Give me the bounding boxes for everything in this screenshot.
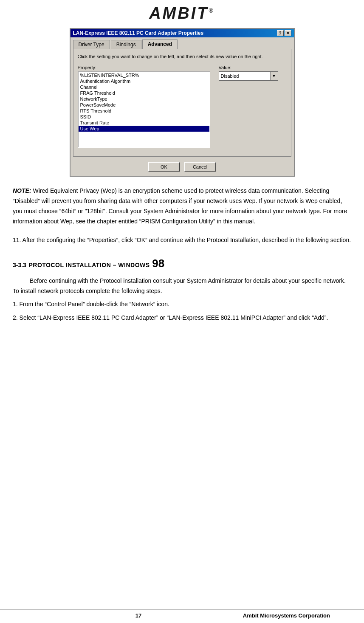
logo-area: AMBIT®: [0, 0, 364, 26]
note-section: NOTE: Wired Equivalent Privacy (Wep) is …: [0, 181, 364, 231]
title-bar: LAN-Express IEEE 802.11 PC Card Adapter …: [71, 29, 294, 37]
body-step1: 1. From the “Control Panel” double-click…: [13, 299, 351, 310]
ok-button[interactable]: OK: [148, 162, 180, 172]
tab-label: Driver Type: [79, 42, 104, 48]
section-heading-num: 98: [152, 257, 164, 270]
prop-item-transmit[interactable]: Transmit Rate: [79, 120, 209, 126]
value-label: Value:: [219, 65, 287, 70]
dropdown-arrow-icon[interactable]: ▼: [270, 72, 278, 80]
prop-item-networktype[interactable]: NetworkType: [79, 96, 209, 102]
step11-text: 11. After the configuring the “Propertie…: [13, 235, 351, 245]
title-bar-buttons[interactable]: ? ✕: [277, 30, 291, 36]
footer-company: Ambit Microsystems Corporation: [243, 612, 330, 619]
section-heading: 3-3.3 PROTOCOL INSTALLATION – WINDOWS 98: [0, 252, 364, 276]
note-bold-prefix: NOTE:: [13, 187, 31, 194]
body-paragraph1: Before continuing with the Protocol inst…: [13, 276, 351, 296]
logo-reg: ®: [209, 7, 214, 14]
property-list[interactable]: %LISTENINTERVAL_STR% Authentication Algo…: [78, 71, 210, 148]
tab-label: Advanced: [148, 41, 172, 47]
logo: AMBIT®: [149, 4, 215, 23]
property-label: Property:: [78, 65, 210, 70]
instruction-text: Click the setting you want to change on …: [78, 54, 287, 60]
body-section: Before continuing with the Protocol inst…: [0, 276, 364, 323]
value-section: Value: Disabled ▼: [219, 65, 287, 148]
tab-bindings[interactable]: Bindings: [111, 40, 141, 49]
footer-page: 17: [34, 612, 243, 619]
prop-item-rts[interactable]: RTS Threshold: [79, 108, 209, 114]
tab-row: Driver Type Bindings Advanced: [71, 37, 294, 49]
tab-content: Click the setting you want to change on …: [73, 49, 291, 157]
logo-text: AMBIT: [149, 4, 209, 22]
prop-value-area: Property: %LISTENINTERVAL_STR% Authentic…: [78, 65, 287, 148]
tab-label: Bindings: [116, 42, 136, 48]
close-button[interactable]: ✕: [285, 30, 291, 36]
dialog-window: LAN-Express IEEE 802.11 PC Card Adapter …: [70, 28, 295, 177]
note-text: Wired Equivalent Privacy (Wep) is an enc…: [13, 187, 347, 224]
section-number: 3-3.3: [13, 262, 26, 268]
cancel-button[interactable]: Cancel: [184, 162, 216, 172]
footer: 17 Ambit Microsystems Corporation: [0, 609, 364, 619]
tab-advanced[interactable]: Advanced: [142, 39, 178, 49]
prop-item-channel[interactable]: Channel: [79, 84, 209, 90]
tab-driver-type[interactable]: Driver Type: [73, 40, 110, 49]
value-dropdown[interactable]: Disabled ▼: [219, 71, 278, 81]
title-bar-text: LAN-Express IEEE 802.11 PC Card Adapter …: [73, 30, 204, 36]
help-button[interactable]: ?: [277, 30, 284, 36]
prop-item-listen[interactable]: %LISTENINTERVAL_STR%: [79, 72, 209, 78]
prop-item-auth[interactable]: Authentication Algorithm: [79, 78, 209, 84]
step11-section: 11. After the configuring the “Propertie…: [0, 232, 364, 252]
dialog-buttons: OK Cancel: [71, 159, 294, 176]
property-section: Property: %LISTENINTERVAL_STR% Authentic…: [78, 65, 210, 148]
section-heading-label: PROTOCOL INSTALLATION – WINDOWS: [28, 262, 150, 268]
prop-item-powersave[interactable]: PowerSaveMode: [79, 102, 209, 108]
prop-item-usewep[interactable]: Use Wep: [79, 126, 209, 132]
prop-item-ssid[interactable]: SSID: [79, 114, 209, 120]
prop-item-frag[interactable]: FRAG Threshold: [79, 90, 209, 96]
value-dropdown-text: Disabled: [219, 73, 270, 79]
body-step2: 2. Select “LAN-Express IEEE 802.11 PC Ca…: [13, 313, 351, 323]
dialog-title: LAN-Express IEEE 802.11 PC Card Adapter …: [73, 30, 204, 36]
